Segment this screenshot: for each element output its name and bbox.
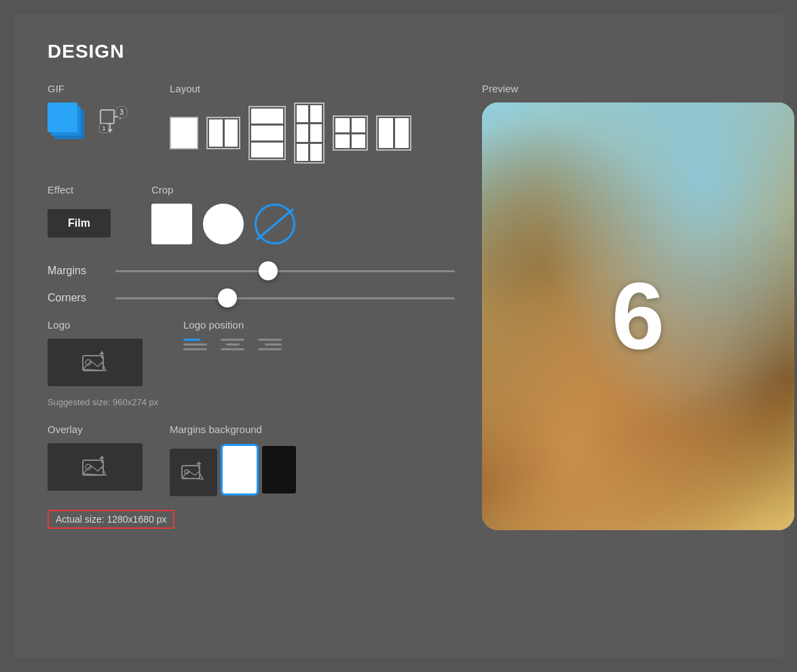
logo-position-row: Logo Logo position [48,319,455,386]
corners-thumb[interactable] [218,288,237,307]
gif-layout-row: GIF [48,83,455,164]
logo-position-center[interactable] [221,339,244,350]
margins-background-label: Margins background [170,424,296,435]
logo-position-options [183,339,282,350]
effect-crop-row: Effect Film Crop [48,184,455,244]
layout-label: Layout [170,83,411,94]
preview-frame: 6 [482,102,794,530]
crop-square-option[interactable] [151,204,192,244]
svg-marker-19 [196,462,202,464]
effect-section: Effect Film [48,184,111,238]
margins-bg-black-swatch[interactable] [262,446,296,493]
layout-option-2x2[interactable] [333,115,368,151]
effect-film-button[interactable]: Film [48,209,111,238]
gif-repeat-icon[interactable]: 3 1 [95,105,129,138]
layout-option-two-vertical[interactable] [206,117,240,149]
layout-option-strip[interactable] [376,115,411,151]
logo-position-section: Logo position [183,319,282,350]
logo-upload-button[interactable] [48,339,143,386]
content-row: GIF [48,83,749,530]
logo-section: Logo [48,319,143,386]
gif-stack-icon[interactable] [48,102,88,140]
gif-layer-1 [48,102,77,132]
logo-position-left[interactable] [183,339,207,350]
effect-label: Effect [48,184,111,195]
crop-circle-option[interactable] [203,204,244,244]
left-panel: GIF [48,83,455,530]
margins-label: Margins [48,265,102,277]
layout-option-three-col[interactable] [248,106,286,160]
svg-marker-14 [99,455,105,459]
svg-rect-0 [100,110,114,124]
layout-options [170,102,411,164]
actual-size-badge: Actual size: 1280x1680 px [48,510,174,529]
overlay-margins-row: Overlay Margins background [48,424,455,496]
layout-option-2x3[interactable] [294,102,325,164]
crop-options [151,204,295,244]
margins-background-section: Margins background [170,424,296,496]
overlay-upload-icon [81,455,109,479]
margins-bg-upload-button[interactable] [170,449,217,496]
margins-slider-row: Margins [48,265,455,277]
svg-marker-7 [83,361,106,371]
overlay-upload-button[interactable] [48,443,143,491]
preview-label: Preview [482,83,794,94]
gif-icons: 3 1 [48,102,129,140]
gif-badge-1: 1 [99,124,109,133]
crop-none-option[interactable] [255,204,295,244]
logo-upload-icon [81,350,109,375]
layout-option-single[interactable] [170,117,198,149]
preview-countdown: 6 [612,261,665,371]
crop-section: Crop [151,184,295,244]
margins-bg-upload-icon [181,462,206,483]
svg-marker-9 [99,351,105,354]
preview-image: 6 [482,102,794,530]
page-title: DESIGN [48,41,749,62]
margins-thumb[interactable] [259,261,278,280]
gif-section: GIF [48,83,129,140]
corners-slider-row: Corners [48,292,455,304]
layout-section: Layout [170,83,411,164]
suggested-size: Suggested size: 960x274 px [48,397,455,407]
logo-position-label: Logo position [183,319,282,331]
margins-slider[interactable] [115,270,455,272]
gif-badge: 3 [115,106,128,118]
crop-label: Crop [151,184,295,195]
overlay-section: Overlay [48,424,143,491]
corners-slider[interactable] [115,297,455,299]
logo-position-right[interactable] [258,339,282,350]
overlay-label: Overlay [48,424,143,435]
logo-label: Logo [48,319,143,331]
right-panel: Preview 6 [482,83,794,530]
margins-background-options [170,443,296,496]
svg-marker-12 [83,466,106,475]
gif-label: GIF [48,83,129,94]
corners-label: Corners [48,292,102,304]
main-container: DESIGN GIF [14,14,783,658]
margins-bg-white-swatch[interactable] [223,446,257,493]
